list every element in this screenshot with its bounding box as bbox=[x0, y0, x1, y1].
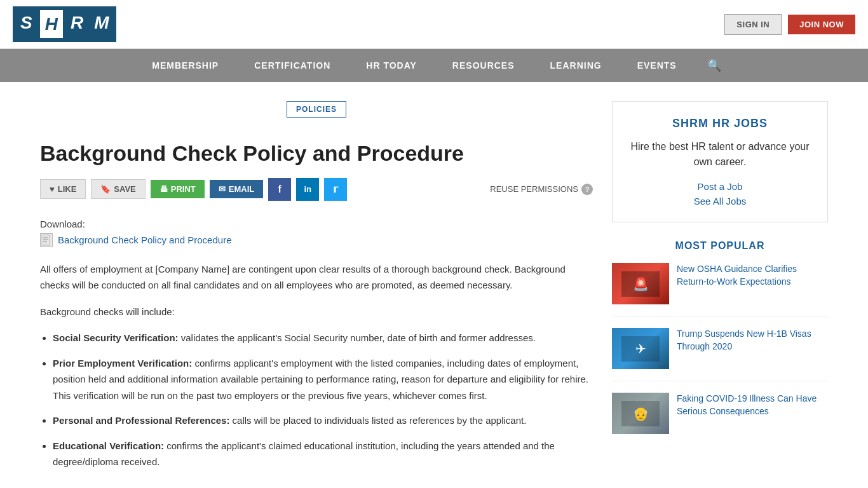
check-term-2: Prior Employment Verification: bbox=[53, 358, 192, 369]
header-actions: SIGN IN JOIN NOW bbox=[724, 14, 855, 35]
nav-item-membership[interactable]: MEMBERSHIP bbox=[134, 51, 236, 80]
hr-jobs-box: SHRM HR JOBS Hire the best HR talent or … bbox=[612, 101, 828, 222]
hr-jobs-text: Hire the best HR talent or advance your … bbox=[625, 139, 815, 170]
twitter-button[interactable]: 𝕣 bbox=[324, 178, 347, 201]
popular-article-1: 🚨 New OSHA Guidance Clarifies Return-to-… bbox=[612, 263, 828, 316]
category-tag[interactable]: POLICIES bbox=[287, 101, 346, 118]
article-thumb-1: 🚨 bbox=[612, 263, 669, 304]
article-intro: All offers of employment at [Company Nam… bbox=[40, 261, 593, 294]
join-button[interactable]: JOIN NOW bbox=[788, 15, 855, 34]
most-popular-section: MOST POPULAR 🚨 New OSHA Guidance Clarifi… bbox=[612, 240, 828, 445]
hr-jobs-links: Post a Job See All Jobs bbox=[625, 181, 815, 207]
document-icon bbox=[40, 233, 53, 247]
article-thumb-3: 👴 bbox=[612, 393, 669, 434]
print-button[interactable]: 🖶 PRINT bbox=[151, 180, 205, 198]
check-item-1: Social Security Verification: validates … bbox=[53, 330, 593, 346]
linkedin-button[interactable]: in bbox=[296, 178, 319, 201]
facebook-icon: f bbox=[278, 184, 281, 195]
site-header: S H R M SIGN IN JOIN NOW bbox=[0, 0, 868, 49]
reuse-permissions[interactable]: REUSE PERMISSIONS ? bbox=[490, 184, 593, 195]
logo-h: H bbox=[39, 9, 64, 39]
check-item-4: Educational Verification: confirms the a… bbox=[53, 438, 593, 470]
heart-icon: ♥ bbox=[50, 184, 55, 194]
popular-article-title-2[interactable]: Trump Suspends New H-1B Visas Through 20… bbox=[677, 328, 828, 369]
email-icon: ✉ bbox=[219, 184, 226, 194]
hr-jobs-title: SHRM HR JOBS bbox=[625, 117, 815, 130]
question-icon: ? bbox=[581, 184, 593, 195]
save-label: SAVE bbox=[114, 184, 135, 194]
download-section: Download: Background Check Policy and Pr… bbox=[40, 219, 593, 247]
signin-button[interactable]: SIGN IN bbox=[724, 14, 782, 35]
print-label: PRINT bbox=[171, 184, 196, 194]
logo-r: R bbox=[65, 9, 88, 39]
logo-m: M bbox=[89, 9, 114, 39]
sidebar: SHRM HR JOBS Hire the best HR talent or … bbox=[612, 101, 828, 479]
download-link-text: Background Check Policy and Procedure bbox=[58, 234, 232, 245]
logo-s: S bbox=[15, 9, 37, 39]
check-term-4: Educational Verification: bbox=[53, 440, 164, 451]
check-term-1: Social Security Verification: bbox=[53, 332, 179, 343]
most-popular-title: MOST POPULAR bbox=[612, 240, 828, 252]
content-area: POLICIES Background Check Policy and Pro… bbox=[40, 101, 593, 479]
check-desc-3: calls will be placed to individuals list… bbox=[233, 415, 527, 426]
nav-item-learning[interactable]: LEARNING bbox=[532, 51, 620, 80]
popular-article-3: 👴 Faking COVID-19 Illness Can Have Serio… bbox=[612, 393, 828, 445]
email-label: EMAIL bbox=[229, 184, 254, 194]
popular-article-title-3[interactable]: Faking COVID-19 Illness Can Have Serious… bbox=[677, 393, 828, 434]
download-label: Download: bbox=[40, 219, 593, 229]
check-term-3: Personal and Professional References: bbox=[53, 415, 229, 426]
search-icon[interactable]: 🔍 bbox=[695, 49, 734, 82]
nav-item-resources[interactable]: RESOURCES bbox=[435, 51, 532, 80]
email-button[interactable]: ✉ EMAIL bbox=[210, 180, 263, 198]
article-body: All offers of employment at [Company Nam… bbox=[40, 261, 593, 470]
main-container: POLICIES Background Check Policy and Pro… bbox=[27, 82, 841, 488]
check-item-2: Prior Employment Verification: confirms … bbox=[53, 355, 593, 404]
checks-list: Social Security Verification: validates … bbox=[53, 330, 593, 470]
article-thumb-2: ✈ bbox=[612, 328, 669, 369]
save-button[interactable]: 🔖 SAVE bbox=[91, 179, 145, 199]
linkedin-icon: in bbox=[304, 184, 311, 194]
action-bar: ♥ LIKE 🔖 SAVE 🖶 PRINT ✉ EMAIL f in bbox=[40, 178, 593, 201]
nav-item-events[interactable]: EVENTS bbox=[620, 51, 695, 80]
like-label: LIKE bbox=[58, 184, 77, 194]
main-nav: MEMBERSHIP CERTIFICATION HR TODAY RESOUR… bbox=[0, 49, 868, 82]
like-button[interactable]: ♥ LIKE bbox=[40, 179, 86, 199]
popular-article-2: ✈ Trump Suspends New H-1B Visas Through … bbox=[612, 328, 828, 381]
download-link[interactable]: Background Check Policy and Procedure bbox=[40, 233, 593, 247]
nav-item-hr-today[interactable]: HR TODAY bbox=[348, 51, 435, 80]
svg-rect-1 bbox=[42, 235, 47, 245]
popular-article-title-1[interactable]: New OSHA Guidance Clarifies Return-to-Wo… bbox=[677, 263, 828, 304]
logo[interactable]: S H R M bbox=[13, 6, 116, 42]
reuse-label: REUSE PERMISSIONS bbox=[490, 184, 578, 194]
post-job-link[interactable]: Post a Job bbox=[625, 181, 815, 192]
checks-intro: Background checks will include: bbox=[40, 304, 593, 320]
article-title: Background Check Policy and Procedure bbox=[40, 140, 593, 166]
check-desc-1: validates the applicant's Social Securit… bbox=[181, 332, 536, 343]
bookmark-icon: 🔖 bbox=[100, 184, 111, 194]
check-item-3: Personal and Professional References: ca… bbox=[53, 412, 593, 429]
nav-item-certification[interactable]: CERTIFICATION bbox=[236, 51, 348, 80]
twitter-icon: 𝕣 bbox=[333, 183, 338, 195]
print-icon: 🖶 bbox=[159, 184, 168, 194]
facebook-button[interactable]: f bbox=[268, 178, 291, 201]
see-all-jobs-link[interactable]: See All Jobs bbox=[625, 196, 815, 207]
